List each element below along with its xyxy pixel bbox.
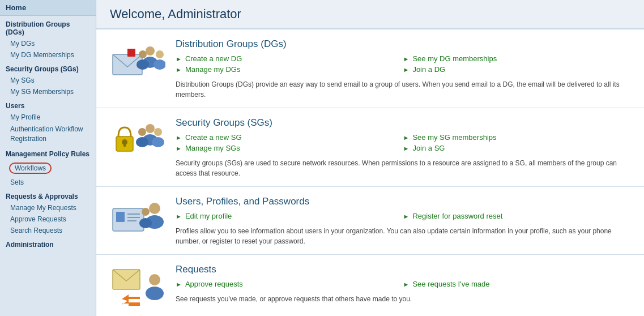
- main-header: Welcome, Administrator: [96, 0, 644, 29]
- svg-rect-10: [123, 142, 126, 147]
- arrow-icon: ►: [403, 213, 410, 220]
- sidebar-item-sets[interactable]: Sets: [0, 177, 96, 188]
- arrow-icon: ►: [403, 134, 410, 141]
- link-see-my-sg-memberships[interactable]: ► See my SG memberships: [403, 133, 631, 142]
- sidebar-item-my-dg-memberships[interactable]: My DG Memberships: [0, 49, 96, 61]
- users-icon: [110, 196, 167, 241]
- section-requests: Requests ► Approve requests ► See reques…: [96, 255, 644, 316]
- sidebar-section-requests: Requests & Approvals: [0, 188, 96, 202]
- arrow-icon: ►: [176, 281, 182, 288]
- section-requests-title: Requests: [176, 264, 630, 275]
- section-users-content: Users, Profiles, and Passwords ► Edit my…: [176, 196, 630, 246]
- sidebar-section-administration: Administration: [0, 236, 96, 250]
- link-manage-my-sgs[interactable]: ► Manage my SGs: [176, 144, 403, 152]
- svg-point-13: [154, 128, 162, 136]
- sidebar-item-auth-workflow[interactable]: Authentication Workflow Registration: [0, 123, 96, 146]
- sidebar-item-approve-requests[interactable]: Approve Requests: [0, 213, 96, 225]
- section-sg-desc: Security groups (SGs) are used to secure…: [176, 158, 630, 178]
- svg-point-15: [138, 128, 146, 136]
- link-register-password-reset[interactable]: ► Register for password reset: [403, 212, 631, 220]
- sidebar-home[interactable]: Home: [0, 0, 96, 16]
- section-dg-title: Distribution Groups (DGs): [176, 39, 630, 50]
- link-create-new-dg[interactable]: ► Create a new DG: [176, 54, 403, 63]
- arrow-icon: ►: [176, 213, 182, 220]
- sidebar-item-my-dgs[interactable]: My DGs: [0, 38, 96, 49]
- svg-rect-1: [127, 49, 135, 57]
- link-see-my-dg-memberships[interactable]: ► See my DG memberships: [403, 54, 631, 63]
- svg-point-29: [149, 274, 160, 285]
- svg-marker-28: [122, 300, 140, 306]
- section-sg-links: ► Create a new SG ► Manage my SGs ► See …: [176, 133, 630, 155]
- link-see-requests-ive-made[interactable]: ► See requests I've made: [403, 280, 631, 288]
- page-title: Welcome, Administrator: [110, 7, 630, 22]
- sidebar-section-dg: Distribution Groups (DGs): [0, 16, 96, 38]
- arrow-icon: ►: [176, 134, 182, 141]
- section-users-links: ► Edit my profile ► Register for passwor…: [176, 212, 630, 223]
- sidebar-section-users: Users: [0, 97, 96, 112]
- section-requests-links: ► Approve requests ► See requests I've m…: [176, 280, 630, 291]
- sidebar-item-my-sg-memberships[interactable]: My SG Memberships: [0, 86, 96, 97]
- svg-point-30: [146, 287, 164, 300]
- section-requests-content: Requests ► Approve requests ► See reques…: [176, 264, 630, 304]
- link-edit-my-profile[interactable]: ► Edit my profile: [176, 212, 403, 220]
- section-users-desc: Profiles allow you to see information ab…: [176, 226, 630, 246]
- sidebar-item-my-profile[interactable]: My Profile: [0, 112, 96, 123]
- dg-icon: [110, 39, 167, 84]
- section-sg-title: Security Groups (SGs): [176, 117, 630, 129]
- svg-point-25: [139, 218, 152, 228]
- section-users-title: Users, Profiles, and Passwords: [176, 196, 630, 207]
- sidebar-section-sg: Security Groups (SGs): [0, 61, 96, 75]
- svg-point-14: [152, 137, 164, 147]
- arrow-icon: ►: [176, 145, 182, 152]
- svg-point-5: [153, 59, 165, 70]
- sidebar-item-workflows[interactable]: Workflows: [9, 163, 52, 174]
- sidebar: Home Distribution Groups (DGs) My DGs My…: [0, 0, 96, 316]
- svg-marker-27: [122, 294, 140, 301]
- link-join-a-sg[interactable]: ► Join a SG: [403, 144, 631, 152]
- section-dg-desc: Distribution Groups (DGs) provide an eas…: [176, 79, 630, 100]
- svg-point-6: [139, 50, 147, 58]
- main-content: Welcome, Administrator: [96, 0, 644, 316]
- sidebar-section-mpr: Management Policy Rules: [0, 146, 96, 160]
- section-users-profiles: Users, Profiles, and Passwords ► Edit my…: [96, 187, 644, 255]
- svg-point-11: [146, 124, 155, 133]
- svg-point-7: [137, 59, 149, 70]
- sidebar-item-my-sgs[interactable]: My SGs: [0, 75, 96, 86]
- svg-point-2: [146, 46, 155, 55]
- link-create-new-sg[interactable]: ► Create a new SG: [176, 133, 403, 142]
- sidebar-item-manage-my-requests[interactable]: Manage My Requests: [0, 202, 96, 213]
- arrow-icon: ►: [403, 281, 410, 288]
- sidebar-item-search-requests[interactable]: Search Requests: [0, 225, 96, 236]
- arrow-icon: ►: [403, 55, 410, 62]
- section-distribution-groups: Distribution Groups (DGs) ► Create a new…: [96, 29, 644, 108]
- link-manage-my-dgs[interactable]: ► Manage my DGs: [176, 65, 403, 74]
- arrow-icon: ►: [403, 66, 410, 73]
- arrow-icon: ►: [176, 66, 182, 73]
- svg-point-4: [156, 50, 164, 58]
- requests-icon: [110, 264, 167, 309]
- link-join-a-dg[interactable]: ► Join a DG: [403, 65, 631, 74]
- svg-point-22: [149, 203, 160, 214]
- section-sg-content: Security Groups (SGs) ► Create a new SG …: [176, 117, 630, 178]
- sg-icon: [110, 117, 167, 163]
- svg-point-24: [142, 208, 150, 216]
- link-approve-requests[interactable]: ► Approve requests: [176, 280, 403, 288]
- section-dg-links: ► Create a new DG ► Manage my DGs ► See …: [176, 54, 630, 76]
- svg-rect-18: [116, 212, 125, 222]
- section-security-groups: Security Groups (SGs) ► Create a new SG …: [96, 108, 644, 187]
- svg-point-16: [136, 137, 148, 147]
- arrow-icon: ►: [403, 145, 410, 152]
- section-dg-content: Distribution Groups (DGs) ► Create a new…: [176, 39, 630, 100]
- arrow-icon: ►: [176, 55, 182, 62]
- section-requests-desc: See requests you've made, or approve req…: [176, 294, 630, 304]
